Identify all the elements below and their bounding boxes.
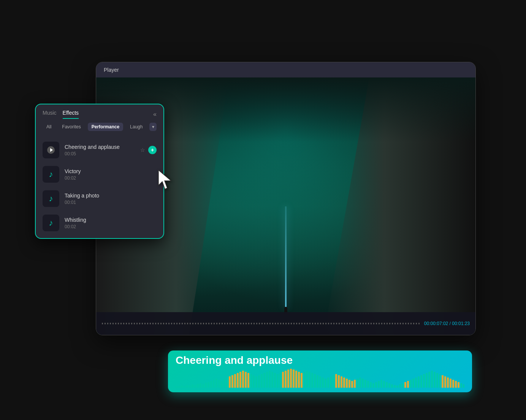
waveform-bar <box>396 385 398 388</box>
waveform-bar <box>423 374 425 388</box>
waveform-bar <box>221 381 223 388</box>
waveform-bar <box>176 386 177 388</box>
waveform-bar <box>290 369 292 388</box>
waveform-bar <box>388 383 390 388</box>
waveform-bar <box>245 372 247 388</box>
waveform-bar <box>306 371 308 388</box>
waveform-bar <box>439 374 441 388</box>
waveform-bar <box>293 369 295 388</box>
waveform-bar <box>455 381 457 388</box>
monitor-header: Player <box>96 62 475 77</box>
waveform-bar <box>277 374 279 388</box>
sound-icon-whistling: ♪ <box>43 215 59 231</box>
waveform-bar <box>237 373 239 388</box>
waveform-bar <box>205 383 207 388</box>
waveform-bar <box>407 381 409 388</box>
waveform-bar <box>434 372 436 388</box>
waveform-bar <box>218 380 220 388</box>
waveform-bar <box>356 379 358 388</box>
sound-item-cheering[interactable]: Cheering and applause 00:05 ☆ + <box>36 138 163 162</box>
filter-dropdown[interactable]: ▾ <box>149 123 157 131</box>
waveform-bar <box>200 383 201 388</box>
waveform-bar <box>463 384 464 388</box>
waveform-bar <box>410 380 412 388</box>
waveform-bar <box>263 373 265 388</box>
waveform-bar <box>452 380 454 388</box>
waveform-bar <box>354 380 356 388</box>
music-note-icon: ♪ <box>49 169 53 179</box>
add-button-cheering[interactable]: + <box>148 146 157 154</box>
light-beam <box>285 206 287 309</box>
waveform-bar <box>436 373 438 388</box>
waveform-bar <box>346 379 348 388</box>
waveform-bar <box>338 375 340 388</box>
waveform-bar <box>194 385 196 388</box>
sound-item-taking-photo[interactable]: ♪ Taking a photo 00:01 <box>36 186 163 211</box>
star-button-cheering[interactable]: ☆ <box>140 147 145 153</box>
waveform-bar <box>258 375 260 388</box>
waveform-bar <box>247 373 249 388</box>
waveform-bar <box>370 382 372 388</box>
sound-icon-victory: ♪ <box>43 166 59 183</box>
waveform-bar <box>362 379 364 388</box>
waveform-bar <box>460 383 462 388</box>
sound-name-cheering: Cheering and applause <box>65 144 135 150</box>
waveform-bar <box>444 376 446 388</box>
waveform-bar <box>274 373 276 388</box>
sound-list: Cheering and applause 00:05 ☆ + ♪ Victor… <box>36 135 163 238</box>
sound-info-whistling: Whistling 00:02 <box>65 217 157 229</box>
waveform-bar <box>261 374 263 388</box>
waveform-bar <box>359 377 361 388</box>
sound-info-cheering: Cheering and applause 00:05 <box>65 144 135 156</box>
sound-item-victory[interactable]: ♪ Victory 00:02 <box>36 162 163 186</box>
waveform-bar <box>442 375 444 388</box>
waveform-bar <box>458 382 459 388</box>
waveform-bar <box>223 379 225 388</box>
waveform-bar <box>213 380 215 388</box>
waveform-bar <box>242 371 244 388</box>
waveform-bar <box>380 380 382 388</box>
waveform-bar <box>428 372 430 388</box>
waveform-bar <box>285 371 287 388</box>
waveform-bar <box>450 379 452 388</box>
waveform-bar <box>317 375 318 388</box>
timeline-track[interactable] <box>102 323 420 324</box>
sound-name-taking-photo: Taking a photo <box>65 193 157 199</box>
filter-all[interactable]: All <box>43 123 55 131</box>
waveform-bar <box>266 372 268 388</box>
waveform-bar <box>322 377 324 388</box>
waveform-bar <box>375 382 377 388</box>
waveform-bar <box>351 381 353 388</box>
sound-info-taking-photo: Taking a photo 00:01 <box>65 193 157 205</box>
waveform-bar <box>327 377 329 388</box>
sound-duration-victory: 00:02 <box>65 175 157 181</box>
tab-music[interactable]: Music <box>43 110 57 119</box>
waveform-bar <box>303 372 305 388</box>
waveform-bar <box>253 375 255 388</box>
filter-laugh[interactable]: Laugh <box>126 123 146 131</box>
waveform-bar <box>226 377 228 388</box>
sound-info-victory: Victory 00:02 <box>65 168 157 181</box>
waveform-bar <box>330 376 332 388</box>
collapse-button[interactable]: « <box>153 111 157 118</box>
tab-effects[interactable]: Effects <box>63 110 79 119</box>
waveform-bar <box>415 377 417 388</box>
effects-panel: Music Effects « All Favorites Performanc… <box>35 104 164 239</box>
waveform-bar <box>402 383 404 388</box>
waveform-bar <box>349 380 350 388</box>
waveform-bar <box>279 373 281 388</box>
waveform-bar <box>287 369 289 388</box>
filter-favorites[interactable]: Favorites <box>58 123 84 131</box>
sound-item-whistling[interactable]: ♪ Whistling 00:02 <box>36 211 163 235</box>
waveform-bar <box>210 381 212 388</box>
waveform-bar <box>208 382 209 388</box>
filter-performance[interactable]: Performance <box>88 123 123 131</box>
monitor-title: Player <box>104 67 119 73</box>
waveform-bar <box>311 373 313 388</box>
waveform-bar <box>447 377 449 388</box>
waveform-bar <box>314 374 316 388</box>
play-icon <box>50 148 53 152</box>
timeline-bar[interactable]: 00:00:07:02 / 00:01:23 <box>96 312 475 335</box>
current-time: 00:00:07:02 <box>424 321 448 326</box>
play-button-cheering[interactable] <box>47 146 55 154</box>
